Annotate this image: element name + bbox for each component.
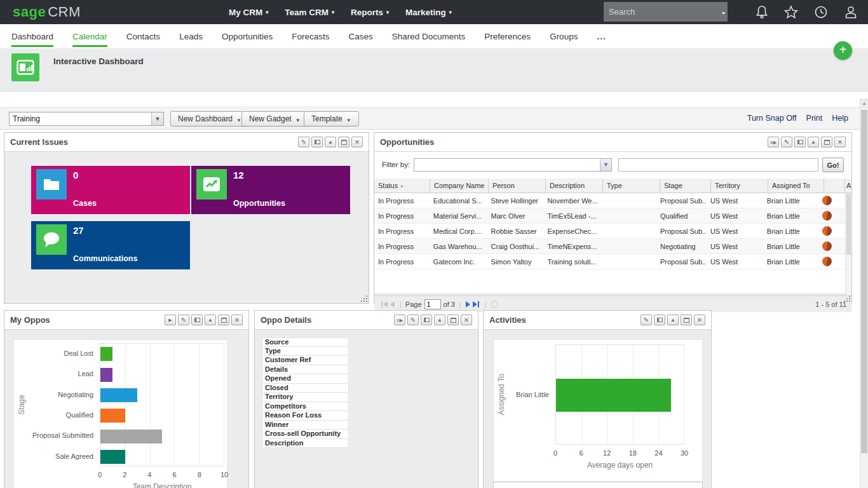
search-chevron-down-icon[interactable]: ⌄ (721, 8, 726, 16)
gadget-header[interactable]: Activities ✎▲✕ (484, 311, 711, 330)
collapse-button[interactable]: ▲ (667, 315, 679, 325)
edit-button[interactable]: ✎ (641, 315, 652, 325)
maximize-button[interactable] (447, 315, 459, 325)
page-number-input[interactable] (424, 299, 441, 309)
maximize-button[interactable] (821, 137, 832, 147)
print-link[interactable]: Print (806, 114, 823, 123)
pin-button[interactable] (311, 137, 323, 147)
menu-reports[interactable]: Reports▾ (351, 8, 389, 17)
tab-contacts[interactable]: Contacts (126, 24, 160, 48)
opportunity-row[interactable]: In ProgressGas Warehou...Craig Oosthui..… (374, 239, 845, 254)
tab-forecasts[interactable]: Forecasts (292, 24, 329, 48)
page-scrollbar[interactable]: ▲ (860, 98, 868, 488)
collapse-button[interactable]: ▲ (205, 315, 216, 325)
tab-groups[interactable]: Groups (550, 24, 578, 48)
x-tick-label: 12 (603, 449, 611, 457)
edit-button[interactable]: ✎ (781, 137, 792, 147)
close-button[interactable]: ✕ (231, 315, 243, 325)
scroll-up-arrow-icon[interactable]: ▲ (860, 98, 868, 108)
tab-shared-documents[interactable]: Shared Documents (392, 24, 466, 48)
scrollbar-thumb[interactable] (861, 110, 867, 453)
previous-page-button[interactable] (390, 301, 395, 308)
gadget-header[interactable]: Opportunities ≡▸✎▲✕ (374, 133, 851, 152)
close-button[interactable]: ✕ (461, 315, 472, 325)
edit-button[interactable]: ✎ (407, 315, 419, 325)
new-dashboard-button[interactable]: New Dashboard▼ (170, 111, 249, 126)
resize-handle[interactable] (360, 295, 367, 302)
maximize-button[interactable] (218, 315, 229, 325)
search-box[interactable]: ⌄ (604, 2, 728, 22)
communications-tile[interactable]: 27 Communications (31, 221, 190, 269)
filter-field-select[interactable]: ▼ (414, 158, 612, 172)
help-link[interactable]: Help (832, 114, 848, 123)
list-button[interactable]: ≡▸ (394, 315, 405, 325)
menu-team-crm[interactable]: Team CRM▾ (285, 8, 334, 17)
maximize-button[interactable] (338, 137, 349, 147)
maximize-button[interactable] (681, 315, 692, 325)
menu-marketing[interactable]: Marketing▾ (405, 8, 452, 17)
star-icon[interactable] (784, 5, 798, 19)
dashboard-select[interactable]: Training ▼ (9, 112, 164, 126)
close-button[interactable]: ✕ (694, 315, 705, 325)
opportunity-row[interactable]: In ProgressGatecom Inc.Simon YaltoyTrain… (374, 254, 845, 269)
table-scrollbar[interactable] (845, 193, 851, 295)
filter-value-input[interactable] (618, 158, 818, 172)
bell-icon[interactable] (756, 5, 768, 19)
close-button[interactable]: ✕ (351, 137, 363, 147)
last-page-button[interactable] (473, 301, 480, 308)
column-header-company-name[interactable]: Company Name (430, 179, 489, 193)
pin-button[interactable] (421, 315, 432, 325)
go-button[interactable]: Go! (822, 158, 844, 172)
search-input[interactable] (609, 7, 721, 17)
column-header-avatar[interactable] (824, 179, 845, 193)
column-header-status[interactable]: Status▾ (374, 179, 430, 193)
list-button[interactable]: ≡▸ (768, 137, 779, 147)
tab-preferences[interactable]: Preferences (484, 24, 531, 48)
tab-more[interactable]: ... (597, 24, 606, 48)
play-button[interactable]: ▶ (165, 315, 176, 325)
user-icon[interactable] (844, 5, 858, 19)
cases-tile[interactable]: 0 Cases (31, 166, 190, 214)
tab-calendar[interactable]: Calendar (72, 24, 107, 48)
column-header-assigned-to[interactable]: Assigned To (768, 179, 824, 193)
edit-button[interactable]: ✎ (178, 315, 189, 325)
opportunities-tile[interactable]: 12 Opportunities (191, 166, 350, 214)
gadget-header[interactable]: Oppo Details ≡▸✎▲✕ (255, 311, 478, 330)
column-header-a[interactable]: A (845, 179, 851, 193)
pin-button[interactable] (654, 315, 665, 325)
add-gadget-button[interactable]: + (834, 41, 852, 60)
new-gadget-button[interactable]: New Gadget▼ (241, 111, 308, 126)
collapse-button[interactable]: ▲ (808, 137, 819, 147)
select-chevron-down-icon[interactable]: ▼ (151, 112, 163, 125)
column-header-territory[interactable]: Territory (711, 179, 768, 193)
gadget-header[interactable]: Current Issues ✎▲✕ (4, 133, 369, 152)
table-scrollbar-thumb[interactable] (846, 194, 851, 255)
column-header-person[interactable]: Person (489, 179, 546, 193)
opportunity-row[interactable]: In ProgressMaterial Servi...Marc OlverTi… (374, 208, 845, 224)
edit-button[interactable]: ✎ (298, 137, 309, 147)
pin-button[interactable] (794, 137, 806, 147)
opportunity-row[interactable]: In ProgressMedical Corp....Robbie Sasser… (374, 224, 845, 239)
close-button[interactable]: ✕ (834, 137, 846, 147)
collapse-button[interactable]: ▲ (325, 137, 336, 147)
column-header-type[interactable]: Type (603, 179, 660, 193)
opportunity-row[interactable]: In ProgressEducational S...Steve Holling… (374, 193, 845, 208)
turn-snap-off-link[interactable]: Turn Snap Off (747, 114, 797, 123)
tab-leads[interactable]: Leads (179, 24, 203, 48)
template-button[interactable]: Template▼ (304, 111, 359, 126)
gadget-header[interactable]: My Oppos ▶✎▲✕ (4, 311, 248, 330)
column-header-stage[interactable]: Stage (660, 179, 711, 193)
menu-my-crm[interactable]: My CRM▾ (229, 8, 268, 17)
column-header-description[interactable]: Description (546, 179, 603, 193)
tab-cases[interactable]: Cases (349, 24, 373, 48)
refresh-icon[interactable] (491, 301, 498, 308)
first-page-button[interactable] (381, 301, 388, 308)
select-chevron-down-icon[interactable]: ▼ (600, 159, 611, 171)
next-page-button[interactable] (466, 301, 470, 308)
collapse-button[interactable]: ▲ (434, 315, 445, 325)
tab-opportunities[interactable]: Opportunities (222, 24, 273, 48)
sage-crm-logo[interactable]: sageCRM (13, 4, 81, 20)
clock-icon[interactable] (814, 5, 828, 19)
tab-dashboard[interactable]: Dashboard (11, 24, 53, 48)
pin-button[interactable] (191, 315, 203, 325)
